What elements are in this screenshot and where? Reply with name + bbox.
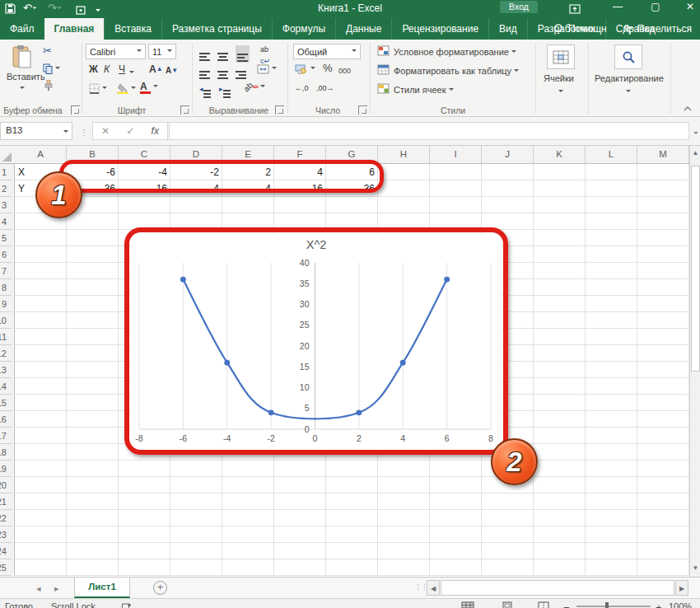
editing-button[interactable]: Редактирование bbox=[595, 72, 664, 84]
page-layout-view-icon[interactable] bbox=[501, 601, 514, 608]
increase-decimal-button[interactable]: ←,0 bbox=[295, 82, 309, 94]
row-header-6[interactable]: 6 bbox=[0, 246, 12, 263]
tab-file[interactable]: Файл bbox=[0, 18, 44, 40]
normal-view-icon[interactable] bbox=[461, 601, 474, 608]
align-bottom-icon[interactable] bbox=[236, 45, 250, 63]
row-header-9[interactable]: 9 bbox=[0, 296, 12, 312]
close-button[interactable]: ✕ bbox=[682, 1, 698, 12]
format-painter-icon[interactable] bbox=[43, 79, 54, 91]
name-box[interactable]: B13 bbox=[0, 122, 72, 140]
decrease-indent-icon[interactable]: ◂ bbox=[199, 82, 211, 98]
next-sheet-icon[interactable]: ▸ bbox=[54, 583, 59, 594]
alignment-dialog-launcher[interactable] bbox=[275, 105, 284, 115]
tab-insert[interactable]: Вставка bbox=[104, 18, 161, 40]
col-header-L[interactable]: L bbox=[586, 146, 637, 163]
zoom-slider-thumb[interactable] bbox=[605, 602, 609, 608]
paste-dropdown[interactable] bbox=[20, 82, 25, 94]
assistant-lightbulb-icon[interactable] bbox=[553, 22, 564, 35]
cells-dropdown[interactable] bbox=[558, 86, 563, 97]
italic-button[interactable]: К bbox=[104, 63, 110, 75]
row-header-17[interactable]: 17 bbox=[0, 428, 12, 444]
row-header-16[interactable]: 16 bbox=[0, 411, 12, 428]
namebox-grip[interactable]: ⋮ bbox=[80, 127, 87, 138]
page-break-view-icon[interactable] bbox=[537, 601, 550, 608]
share-label[interactable]: Поделиться bbox=[637, 23, 692, 35]
orientation-icon[interactable]: ab✎ bbox=[244, 82, 265, 93]
col-header-H[interactable]: H bbox=[378, 146, 430, 163]
tab-page-layout[interactable]: Разметка страницы bbox=[161, 18, 272, 40]
prev-sheet-icon[interactable]: ◂ bbox=[36, 583, 41, 594]
align-center-icon[interactable] bbox=[217, 63, 228, 79]
vertical-scrollbar[interactable]: ▲ ▼ bbox=[689, 146, 700, 577]
scroll-right-icon[interactable]: ▶ bbox=[675, 580, 688, 596]
row-header-12[interactable]: 12 bbox=[0, 345, 12, 362]
row-header-20[interactable]: 20 bbox=[0, 477, 12, 493]
row-header-25[interactable]: 25 bbox=[0, 559, 12, 576]
find-select-icon[interactable] bbox=[614, 44, 642, 69]
decrease-decimal-button[interactable]: ,00→ bbox=[316, 82, 334, 94]
format-as-table-icon[interactable] bbox=[377, 63, 390, 75]
col-header-A[interactable]: A bbox=[15, 146, 67, 163]
number-dialog-launcher[interactable] bbox=[358, 105, 367, 115]
col-header-K[interactable]: K bbox=[534, 146, 586, 163]
align-right-icon[interactable] bbox=[236, 63, 246, 79]
horizontal-scroll-thumb[interactable] bbox=[441, 580, 674, 596]
paste-button[interactable]: Вставить bbox=[7, 71, 45, 82]
add-sheet-icon[interactable]: + bbox=[153, 581, 167, 595]
font-name-combo[interactable]: Calibri bbox=[86, 44, 146, 59]
ribbon-display-icon[interactable] bbox=[567, 2, 583, 14]
tab-review[interactable]: Рецензирование bbox=[391, 18, 488, 40]
tab-formulas[interactable]: Формулы bbox=[272, 18, 335, 40]
zoom-level[interactable]: 100% bbox=[669, 601, 692, 608]
maximize-button[interactable]: ▢ bbox=[647, 1, 664, 12]
paste-icon[interactable] bbox=[12, 44, 33, 69]
select-all-corner[interactable] bbox=[2, 152, 12, 161]
row-header-23[interactable]: 23 bbox=[0, 526, 12, 543]
row-header-24[interactable]: 24 bbox=[0, 543, 12, 559]
borders-button[interactable] bbox=[89, 82, 107, 94]
row-header-8[interactable]: 8 bbox=[0, 279, 12, 296]
row-header-15[interactable]: 15 bbox=[0, 395, 12, 411]
merge-center-icon[interactable] bbox=[257, 63, 277, 74]
cut-icon[interactable]: ✂ bbox=[43, 45, 52, 57]
minimize-button[interactable]: — bbox=[609, 1, 626, 12]
vertical-scroll-thumb[interactable] bbox=[691, 166, 700, 372]
align-left-icon[interactable] bbox=[199, 63, 210, 79]
row-header-21[interactable]: 21 bbox=[0, 493, 12, 510]
format-as-table-button[interactable]: Форматировать как таблицу bbox=[394, 65, 519, 77]
sheet-tab-active[interactable]: Лист1 bbox=[74, 578, 130, 598]
row-header-13[interactable]: 13 bbox=[0, 362, 12, 378]
percent-style-button[interactable]: % bbox=[323, 63, 333, 74]
row-header-22[interactable]: 22 bbox=[0, 510, 12, 526]
comma-style-button[interactable]: 000 bbox=[338, 65, 351, 77]
shrink-font-button[interactable]: А▼ bbox=[166, 65, 178, 77]
font-dialog-launcher[interactable] bbox=[180, 105, 189, 115]
fill-color-button[interactable] bbox=[117, 82, 136, 94]
row-header-11[interactable]: 11 bbox=[0, 329, 12, 345]
accounting-format-icon[interactable] bbox=[295, 63, 315, 74]
assistant-label[interactable]: Помощн bbox=[568, 23, 607, 35]
row-header-18[interactable]: 18 bbox=[0, 444, 12, 461]
cells-icon[interactable] bbox=[547, 44, 575, 69]
expand-formula-bar-icon[interactable] bbox=[693, 128, 698, 139]
cell-styles-icon[interactable] bbox=[377, 82, 390, 94]
col-header-I[interactable]: I bbox=[430, 146, 482, 163]
row-header-2[interactable]: 2 bbox=[0, 180, 12, 197]
scroll-down-icon[interactable]: ▼ bbox=[690, 564, 700, 572]
cells-button[interactable]: Ячейки bbox=[544, 72, 574, 84]
scroll-up-icon[interactable]: ▲ bbox=[690, 149, 700, 157]
font-color-button[interactable]: А bbox=[140, 81, 158, 92]
zoom-slider-track[interactable] bbox=[576, 606, 651, 607]
row-header-10[interactable]: 10 bbox=[0, 312, 12, 329]
conditional-formatting-button[interactable]: Условное форматирование bbox=[394, 46, 516, 58]
row-header-1[interactable]: 1 bbox=[0, 164, 12, 180]
cell-styles-button[interactable]: Стили ячеек bbox=[394, 84, 454, 96]
row-header-5[interactable]: 5 bbox=[0, 230, 12, 246]
font-size-combo[interactable]: 11 bbox=[148, 44, 176, 59]
formula-input[interactable] bbox=[169, 122, 689, 140]
increase-indent-icon[interactable]: ▸ bbox=[219, 82, 231, 98]
number-format-combo[interactable]: Общий bbox=[293, 44, 361, 59]
tab-home[interactable]: Главная bbox=[44, 18, 105, 40]
row-header-7[interactable]: 7 bbox=[0, 263, 12, 279]
zoom-in-icon[interactable]: + bbox=[656, 601, 662, 608]
